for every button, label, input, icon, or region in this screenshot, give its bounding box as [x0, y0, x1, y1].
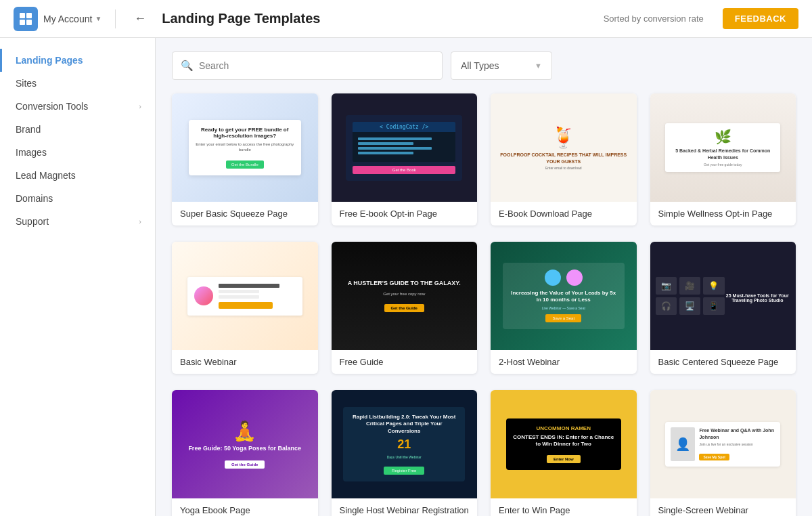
sidebar-item-conversion-tools[interactable]: Conversion Tools› [0, 95, 155, 118]
template-card-ebook-download[interactable]: 🍹Foolproof Cocktail Recipes That Will Im… [491, 93, 637, 225]
filter-chevron-icon: ▼ [535, 62, 542, 70]
template-card-basic-webinar[interactable]: Basic Webinar [172, 242, 318, 374]
template-card-basic-centered-squeeze[interactable]: 📷🎥💡🎧🖥️📱25 Must-have Tools for Your Trave… [650, 242, 796, 374]
template-card-free-guide[interactable]: A Hustler's Guide to the Galaxy.Get your… [332, 242, 478, 374]
template-label: Basic Webinar [172, 350, 318, 374]
svg-rect-3 [26, 20, 32, 25]
sidebar-item-label: Domains [16, 193, 53, 204]
main-layout: Landing PagesSitesConversion Tools›Brand… [0, 38, 812, 516]
template-card-simple-wellness-opt-in[interactable]: 🌿5 Backed & Herbal Remedies for Common H… [650, 93, 796, 225]
sidebar-item-sites[interactable]: Sites [0, 72, 155, 95]
template-card-super-basic-squeeze[interactable]: Ready to get your FREE bundle of high-re… [172, 93, 318, 225]
page-title: Landing Page Templates [162, 11, 592, 26]
template-thumbnail: UNCOMMON RAMENCONTEST ENDS IN: Enter for… [491, 390, 637, 498]
template-card-single-screen-webinar[interactable]: 👤Free Webinar and Q&A with John JohnsonJ… [650, 390, 796, 516]
sidebar: Landing PagesSitesConversion Tools›Brand… [0, 38, 156, 516]
svg-rect-1 [26, 13, 32, 18]
template-label: Free Guide [332, 350, 478, 374]
sidebar-chevron-icon: › [139, 217, 141, 225]
sidebar-item-images[interactable]: Images [0, 141, 155, 164]
template-card-free-ebook-opt-in[interactable]: < CodingCatz />Get the Book Free E-book … [332, 93, 478, 225]
template-label: Enter to Win Page [491, 498, 637, 516]
sidebar-item-label: Sites [16, 78, 37, 89]
sidebar-item-domains[interactable]: Domains [0, 187, 155, 210]
account-menu[interactable]: My Account ▼ [43, 14, 102, 24]
account-chevron-icon: ▼ [95, 15, 102, 22]
sidebar-item-support[interactable]: Support› [0, 210, 155, 233]
template-card-yoga-ebook[interactable]: 🧘Free Guide: 50 Yoga Poses for BalanceGe… [172, 390, 318, 516]
sidebar-item-label: Images [16, 147, 47, 158]
template-label: Free E-book Opt-in Page [332, 202, 478, 225]
templates-grid: Ready to get your FREE bundle of high-re… [172, 93, 796, 516]
template-card-enter-to-win[interactable]: UNCOMMON RAMENCONTEST ENDS IN: Enter for… [491, 390, 637, 516]
search-box[interactable]: 🔍 [172, 51, 443, 80]
app-logo [14, 7, 38, 31]
svg-rect-0 [20, 13, 25, 18]
template-card-single-host-webinar[interactable]: Rapid Listbuilding 2.0: Tweak Your Most … [332, 390, 478, 516]
template-label: Single-Screen Webinar [650, 498, 796, 516]
template-label: Single Host Webinar Registration 2.0 [332, 498, 478, 516]
sorted-label: Sorted by conversion rate [604, 14, 704, 24]
back-button[interactable]: ← [129, 8, 151, 30]
account-label: My Account [43, 14, 92, 24]
header: My Account ▼ ← Landing Page Templates So… [0, 0, 812, 38]
sidebar-chevron-icon: › [139, 102, 141, 110]
template-label: Yoga Ebook Page [172, 498, 318, 516]
template-label: Super Basic Squeeze Page [172, 202, 318, 225]
search-icon: 🔍 [181, 60, 194, 72]
template-card-2-host-webinar[interactable]: Increasing the Value of Your Leads by 5x… [491, 242, 637, 374]
logo-area: My Account ▼ [14, 7, 102, 31]
template-thumbnail: Increasing the Value of Your Leads by 5x… [491, 242, 637, 350]
template-thumbnail: Rapid Listbuilding 2.0: Tweak Your Most … [332, 390, 478, 498]
svg-rect-2 [20, 20, 25, 25]
template-thumbnail: Ready to get your FREE bundle of high-re… [172, 93, 318, 202]
template-label: Simple Wellness Opt-in Page [650, 202, 796, 225]
template-label: 2-Host Webinar [491, 350, 637, 374]
sidebar-item-label: Brand [16, 124, 41, 135]
template-label: Basic Centered Squeeze Page [650, 350, 796, 374]
content-area: 🔍 All Types ▼ Ready to get your FREE bun… [156, 38, 812, 516]
template-thumbnail: A Hustler's Guide to the Galaxy.Get your… [332, 242, 478, 350]
sidebar-item-label: Lead Magnets [16, 170, 76, 181]
type-filter-dropdown[interactable]: All Types ▼ [451, 51, 552, 80]
header-divider [115, 9, 116, 28]
sidebar-item-lead-magnets[interactable]: Lead Magnets [0, 164, 155, 187]
search-filter-bar: 🔍 All Types ▼ [172, 51, 796, 80]
template-thumbnail: 👤Free Webinar and Q&A with John JohnsonJ… [650, 390, 796, 498]
search-input[interactable] [199, 60, 434, 71]
template-thumbnail [172, 242, 318, 350]
sidebar-item-label: Landing Pages [16, 55, 83, 66]
sidebar-item-brand[interactable]: Brand [0, 118, 155, 141]
template-label: E-Book Download Page [491, 202, 637, 225]
template-thumbnail: 🧘Free Guide: 50 Yoga Poses for BalanceGe… [172, 390, 318, 498]
sidebar-item-label: Support [16, 216, 49, 227]
feedback-button[interactable]: FEEDBACK [723, 8, 798, 29]
filter-label: All Types [461, 60, 499, 71]
template-thumbnail: 🌿5 Backed & Herbal Remedies for Common H… [650, 93, 796, 202]
sidebar-item-landing-pages[interactable]: Landing Pages [0, 49, 155, 72]
template-thumbnail: 🍹Foolproof Cocktail Recipes That Will Im… [491, 93, 637, 202]
template-thumbnail: 📷🎥💡🎧🖥️📱25 Must-have Tools for Your Trave… [650, 242, 796, 350]
template-thumbnail: < CodingCatz />Get the Book [332, 93, 478, 202]
sidebar-item-label: Conversion Tools [16, 101, 88, 112]
